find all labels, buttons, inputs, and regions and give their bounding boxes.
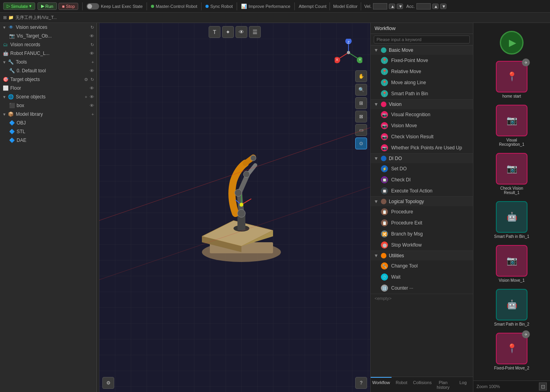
floor-vis[interactable]: 👁 bbox=[90, 86, 94, 90]
tab-workflow[interactable]: Workflow bbox=[371, 377, 392, 392]
scene-objects-icon: 🌐 bbox=[8, 94, 14, 100]
wf-item-move-along-line[interactable]: 📍 Move along Line bbox=[371, 77, 473, 88]
fixed-point-move-2-node[interactable]: ✈ 📍 bbox=[496, 333, 527, 364]
sync-robot-label[interactable]: Sync Robot bbox=[210, 4, 233, 9]
workflow-search-input[interactable] bbox=[374, 36, 470, 43]
target-objects-sync[interactable]: ↻ bbox=[90, 77, 94, 82]
wf-item-whether-pick-points[interactable]: 📷 Whether Pick Points Are Used Up bbox=[371, 142, 473, 153]
tree-item-floor[interactable]: ⬜ Floor 👁 bbox=[0, 84, 96, 92]
scene-objects-vis[interactable]: 👁 bbox=[90, 94, 94, 99]
shape-tool-btn[interactable]: ✦ bbox=[222, 26, 234, 38]
text-tool-btn[interactable]: T bbox=[209, 26, 220, 38]
expand-icon-vision-services: ▼ bbox=[2, 25, 6, 30]
svg-text:Z: Z bbox=[347, 40, 350, 44]
wf-section-di-do-header[interactable]: ▼ DI DO bbox=[371, 154, 473, 163]
circle-tool-btn[interactable]: ⊙ bbox=[355, 138, 367, 149]
tree-item-stl[interactable]: 🔷 STL bbox=[0, 127, 96, 136]
tree-item-vision-records[interactable]: 🗂 Vision records ↻ bbox=[0, 40, 96, 49]
wf-item-counter[interactable]: 🔢 Counter ··· bbox=[371, 283, 473, 294]
improve-perf-label[interactable]: Improve Performance bbox=[249, 4, 290, 9]
wf-item-set-do[interactable]: ⚡ Set DO bbox=[371, 163, 473, 174]
vel-down-btn[interactable]: ▼ bbox=[397, 4, 403, 9]
run-button[interactable]: ▶ Run bbox=[38, 2, 57, 10]
wf-item-vision-move[interactable]: 📷 Vision Move bbox=[371, 120, 473, 131]
counter-label: Counter ··· bbox=[391, 285, 413, 291]
check-di-label: Check DI bbox=[391, 177, 411, 183]
breadcrumb-expand[interactable]: ⊞ bbox=[3, 15, 7, 20]
wf-item-fixed-point-move[interactable]: 📍 Fixed-Point Move bbox=[371, 55, 473, 66]
tab-collisions[interactable]: Collisions bbox=[411, 377, 433, 392]
vel-input[interactable]: 25% bbox=[373, 3, 387, 9]
tree-item-model-library[interactable]: ▼ 📦 Model library + bbox=[0, 110, 96, 119]
wf-item-wait[interactable]: ⏱ Wait bbox=[371, 271, 473, 283]
rect-tool-btn[interactable]: ▭ bbox=[355, 124, 367, 136]
wf-item-procedure-exit[interactable]: 📋 Procedure Exit bbox=[371, 217, 473, 228]
check-vision-result-1-node[interactable]: 📷 bbox=[496, 153, 527, 185]
stop-button[interactable]: ■ Stop bbox=[58, 3, 78, 10]
smart-path-bin-1-node[interactable]: 🤖 bbox=[496, 201, 527, 233]
viewport[interactable]: T ✦ 👁 ☰ Z X Y bbox=[99, 23, 370, 392]
wf-item-branch-by-msg[interactable]: 🔀 Branch by Msg bbox=[371, 228, 473, 239]
wf-item-execute-tool-action[interactable]: 🔲 Execute Tool Action bbox=[371, 185, 473, 196]
tree-item-obj[interactable]: 🔷 OBJ bbox=[0, 119, 96, 127]
vision-records-sync[interactable]: ↻ bbox=[90, 42, 94, 47]
acc-down-btn[interactable]: ▼ bbox=[440, 4, 446, 9]
model-editor-label[interactable]: Model Editor bbox=[333, 4, 358, 9]
tree-item-default-tool[interactable]: 🔧 0. Default tool 👁 bbox=[0, 66, 96, 75]
smart-path-bin-2-node[interactable]: 🤖 bbox=[496, 289, 527, 320]
robot-vis[interactable]: 👁 bbox=[90, 51, 94, 56]
tree-item-vis-target[interactable]: 📷 Vis_Target_Ob... 👁 bbox=[0, 32, 96, 40]
vision-services-sync[interactable]: ↻ bbox=[90, 25, 94, 30]
tree-item-tools[interactable]: ▼ 🔧 Tools + bbox=[0, 58, 96, 66]
wf-item-change-tool[interactable]: 🔧 Change Tool bbox=[371, 260, 473, 271]
robot-icon: 🤖 bbox=[2, 50, 9, 57]
wf-item-smart-path-bin[interactable]: 📍 Smart Path in Bin bbox=[371, 88, 473, 99]
tab-plan-history[interactable]: Plan history bbox=[433, 377, 453, 392]
master-control-label[interactable]: Master-Control Robot bbox=[156, 4, 197, 9]
default-tool-vis[interactable]: 👁 bbox=[90, 68, 94, 73]
wf-item-relative-move[interactable]: 📍 Relative Move bbox=[371, 66, 473, 77]
vp-help-btn[interactable]: ? bbox=[355, 377, 367, 389]
wf-item-check-di[interactable]: 🔲 Check DI bbox=[371, 174, 473, 185]
acc-input[interactable]: 25% bbox=[416, 3, 431, 9]
zoom-fit-btn[interactable]: ⊡ bbox=[539, 383, 547, 390]
vel-up-btn[interactable]: ▲ bbox=[389, 4, 395, 9]
hand-tool-btn[interactable]: ✋ bbox=[355, 70, 367, 82]
wf-item-stop-workflow[interactable]: ⬤ Stop Workflow bbox=[371, 239, 473, 251]
wf-section-vision-header[interactable]: ▼ Vision bbox=[371, 100, 473, 109]
wf-item-check-vision-result[interactable]: 📷 Check Vision Result bbox=[371, 131, 473, 142]
box-vis[interactable]: 👁 bbox=[90, 103, 94, 108]
tree-item-scene-objects[interactable]: ▼ 🌐 Scene objects + 👁 bbox=[0, 92, 96, 101]
tab-log[interactable]: Log bbox=[453, 377, 473, 392]
list-btn[interactable]: ☰ bbox=[249, 26, 261, 38]
vis-target-vis[interactable]: 👁 bbox=[90, 34, 94, 38]
target-objects-settings[interactable]: ⚙ bbox=[84, 77, 88, 82]
acc-up-btn[interactable]: ▲ bbox=[432, 4, 439, 9]
tree-item-vision-services[interactable]: ▼ 👁 Vision services ↻ bbox=[0, 23, 96, 32]
home-start-node[interactable]: ✈ 📍 bbox=[496, 61, 527, 92]
tab-robot[interactable]: Robot bbox=[392, 377, 411, 392]
wf-section-logical-topology-header[interactable]: ▼ Logical Topology bbox=[371, 197, 473, 206]
keep-last-toggle[interactable] bbox=[87, 3, 99, 9]
visibility-btn[interactable]: 👁 bbox=[235, 26, 247, 38]
frame-tool-btn[interactable]: ⊞ bbox=[355, 97, 367, 109]
grid-tool-btn[interactable]: ⊠ bbox=[355, 111, 367, 122]
visual-recognition-1-node[interactable]: 📷 bbox=[496, 105, 527, 136]
tree-item-target-objects[interactable]: 🎯 Target objects ⚙ ↻ bbox=[0, 75, 96, 84]
tools-add[interactable]: + bbox=[92, 60, 94, 64]
vp-settings-btn[interactable]: ⚙ bbox=[102, 377, 114, 389]
wf-section-basic-move-header[interactable]: ▼ Basic Move bbox=[371, 45, 473, 55]
vision-move-1-node[interactable]: 📷 bbox=[496, 245, 527, 277]
play-node[interactable]: ▶ bbox=[500, 31, 524, 55]
model-library-add[interactable]: + bbox=[92, 112, 94, 117]
scene-objects-add[interactable]: + bbox=[85, 94, 87, 99]
wf-item-visual-recognition[interactable]: 📷 Visual Recognition bbox=[371, 109, 473, 120]
zoom-tool-btn[interactable]: 🔍 bbox=[355, 84, 367, 96]
tree-item-dae[interactable]: 🔷 DAE bbox=[0, 136, 96, 145]
wf-item-procedure[interactable]: 📋 Procedure bbox=[371, 206, 473, 217]
tree-item-robot[interactable]: 🤖 Robot FANUC_L... 👁 bbox=[0, 49, 96, 58]
simulate-button[interactable]: ▷ Simulate ▾ bbox=[3, 2, 35, 10]
tree-item-box[interactable]: ⬛ box 👁 bbox=[0, 101, 96, 110]
wf-section-utilities-header[interactable]: ▼ Utilities bbox=[371, 251, 473, 260]
check-vision-result-1-container: 📷 Check Vision Result_1 bbox=[477, 153, 546, 195]
